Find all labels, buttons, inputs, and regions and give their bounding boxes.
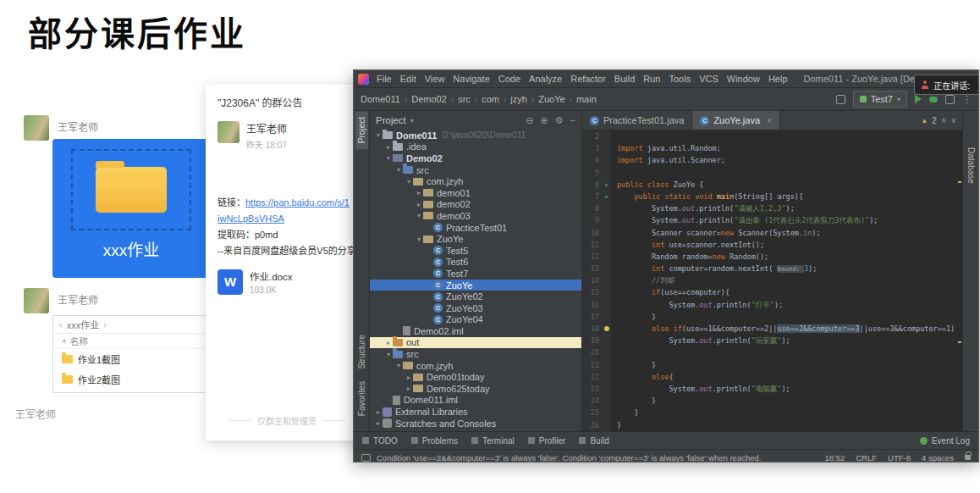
tree-item-src[interactable]: ▾src — [370, 164, 581, 176]
chevron-expanded-icon[interactable]: ▾ — [415, 235, 423, 243]
code-line[interactable]: 19 System.out.println("玩家赢"); — [582, 335, 962, 346]
tree-item-src[interactable]: ▾src — [370, 348, 581, 360]
build-icon[interactable] — [836, 95, 845, 104]
more-options-icon[interactable]: ⋮ — [962, 94, 972, 105]
chevron-expanded-icon[interactable]: ▾ — [394, 166, 403, 174]
chevron-expanded-icon[interactable]: ▾ — [405, 178, 413, 186]
forward-chevron-icon[interactable]: › — [103, 319, 107, 330]
hide-panel-icon[interactable]: − — [570, 115, 575, 126]
chevron-expanded-icon[interactable]: ▾ — [415, 212, 423, 219]
menu-view[interactable]: View — [421, 74, 449, 84]
code-line[interactable]: 15 if(use==computer){ — [582, 286, 962, 298]
code-line[interactable]: 9 System.out.println("请出拳 (1代表石头2代表剪刀3代表… — [582, 214, 962, 226]
code-line[interactable]: 11 int use=scanner.nextInt(); — [582, 239, 962, 251]
chevron-collapsed-icon[interactable]: ▸ — [374, 408, 383, 416]
chevron-expanded-icon[interactable]: ▾ — [374, 131, 383, 139]
code-line[interactable]: 25 } — [582, 407, 962, 418]
chevron-collapsed-icon[interactable]: ▸ — [384, 143, 393, 151]
tree-item-zuoye02[interactable]: CZuoYe02 — [370, 291, 581, 302]
debug-bug-icon[interactable] — [929, 97, 938, 102]
bottom-tab-problems[interactable]: Problems — [411, 436, 458, 446]
editor-tab-practicetest01-java[interactable]: CPracticeTest01.java — [582, 111, 692, 130]
tree-item-demo02[interactable]: ▾Demo02 — [370, 152, 581, 164]
intention-bulb-icon[interactable] — [603, 323, 611, 335]
tree-item-test6[interactable]: CTest6 — [370, 257, 581, 269]
line-ending-widget[interactable]: CRLF — [856, 453, 877, 463]
code-line[interactable]: 12 Random random=new Random(); — [582, 251, 962, 263]
tree-item-zuoye03[interactable]: CZuoYe03 — [370, 302, 581, 314]
menu-refactor[interactable]: Refactor — [566, 74, 610, 84]
locate-file-icon[interactable]: ⊖ — [526, 115, 533, 126]
chevron-collapsed-icon[interactable]: ▸ — [405, 374, 413, 381]
settings-gear-icon[interactable]: ⚙ — [555, 115, 564, 126]
code-line[interactable]: 10 Scanner scanner=new Scanner(System.in… — [582, 227, 962, 239]
explorer-breadcrumb-label[interactable]: xxx作业 — [67, 318, 100, 331]
code-line[interactable]: 23 System.out.println("电脑赢"); — [582, 383, 962, 395]
menu-help[interactable]: Help — [764, 74, 792, 84]
tree-item-zuoye[interactable]: CZuoYe — [370, 280, 581, 291]
menu-file[interactable]: File — [372, 74, 396, 84]
bottom-tab-build[interactable]: Build — [579, 436, 608, 446]
code-line[interactable]: 21 } — [582, 359, 962, 371]
chevron-collapsed-icon[interactable]: ▸ — [415, 201, 423, 208]
chevron-collapsed-icon[interactable]: ▸ — [384, 339, 393, 346]
tree-item-demo01[interactable]: ▸demo01 — [370, 187, 581, 199]
tree-item-dome011-iml[interactable]: Dome011.iml — [370, 395, 581, 407]
file-bubble[interactable]: xxx作业 — [52, 139, 210, 278]
breadcrumb-item-zuoye[interactable]: ZuoYe — [538, 94, 564, 104]
bottom-tab-terminal[interactable]: Terminal — [471, 436, 515, 446]
chevron-expanded-icon[interactable]: ▾ — [384, 351, 393, 358]
code-line[interactable]: 22 else{ — [582, 371, 962, 383]
tree-item-demo625today[interactable]: ▸Demo625today — [370, 383, 581, 395]
lock-icon[interactable] — [965, 455, 971, 460]
menu-tools[interactable]: Tools — [664, 74, 695, 84]
baidu-link-continued[interactable]: iwNcLpBsVHSA — [217, 211, 356, 227]
code-line[interactable]: 4import java.util.Scanner; — [582, 154, 962, 166]
menu-analyze[interactable]: Analyze — [525, 74, 566, 84]
breadcrumb-item-jzyh[interactable]: jzyh — [510, 94, 527, 104]
chevron-down-icon[interactable]: ▾ — [410, 117, 414, 125]
breadcrumb-item-dome011[interactable]: Dome011 — [361, 94, 400, 104]
tree-item-com-jzyh[interactable]: ▾com.jzyh — [370, 360, 581, 372]
explorer-row--1-[interactable]: 作业1截图 — [53, 349, 209, 369]
code-line[interactable]: 3import java.util.Random; — [582, 142, 962, 154]
chevron-expanded-icon[interactable]: ▾ — [384, 154, 393, 162]
chevron-collapsed-icon[interactable]: ▸ — [415, 189, 423, 197]
code-line[interactable]: 5 — [582, 167, 962, 179]
tool-tab-structure[interactable]: Structure — [355, 329, 368, 375]
code-line[interactable]: 13 int computer=random.nextInt( bound: 3… — [582, 263, 962, 274]
tree-item-test5[interactable]: CTest5 — [370, 245, 581, 257]
tree-item-practicetest01[interactable]: CPracticeTest01 — [370, 222, 581, 234]
menu-vcs[interactable]: VCS — [695, 74, 723, 84]
avatar[interactable] — [24, 115, 49, 141]
attachment-card[interactable]: W 作业.docx 103.0K — [206, 259, 368, 305]
indent-widget[interactable]: 4 spaces — [922, 453, 954, 463]
chevron-collapsed-icon[interactable]: ▸ — [405, 385, 413, 392]
run-gutter-icon[interactable]: ▶ — [603, 191, 611, 202]
tree-item-com-jzyh[interactable]: ▾com.jzyh — [370, 175, 581, 187]
run-config-select[interactable]: Test7 ▾ — [853, 91, 907, 108]
menu-build[interactable]: Build — [610, 74, 639, 84]
tool-tab-project[interactable]: Project — [355, 111, 368, 149]
coverage-icon[interactable] — [945, 95, 955, 104]
run-gutter-icon[interactable]: ▶ — [603, 179, 611, 191]
tree-item-external-libraries[interactable]: ▸External Libraries — [370, 406, 581, 418]
tree-item--idea[interactable]: ▸.idea — [370, 141, 581, 153]
code-line[interactable]: 8 System.out.println("请输入1,2,3"); — [582, 202, 962, 214]
breadcrumb-item-src[interactable]: src — [458, 94, 471, 104]
back-chevron-icon[interactable]: ‹ — [59, 319, 63, 330]
baidu-link[interactable]: https://pan.baidu.com/s/1 — [245, 197, 350, 208]
menu-window[interactable]: Window — [723, 74, 764, 84]
menu-run[interactable]: Run — [639, 74, 664, 84]
code-line[interactable]: 17 } — [582, 311, 962, 323]
code-line[interactable]: 2 — [582, 130, 962, 142]
breadcrumb-item-com[interactable]: com — [482, 94, 499, 104]
tree-item-demo02[interactable]: ▸demo02 — [370, 199, 581, 211]
tree-item-scratches-and-consoles[interactable]: ▸Scratches and Consoles — [370, 418, 581, 429]
breadcrumb-item-demo02[interactable]: Demo02 — [411, 94, 447, 104]
tree-item-demo02-iml[interactable]: Demo02.iml — [370, 325, 581, 337]
tree-item-out[interactable]: ▸out — [370, 337, 581, 349]
code-line[interactable]: 14 //判断 — [582, 274, 962, 286]
encoding-widget[interactable]: UTF-8 — [888, 453, 911, 463]
run-button[interactable] — [915, 95, 922, 103]
